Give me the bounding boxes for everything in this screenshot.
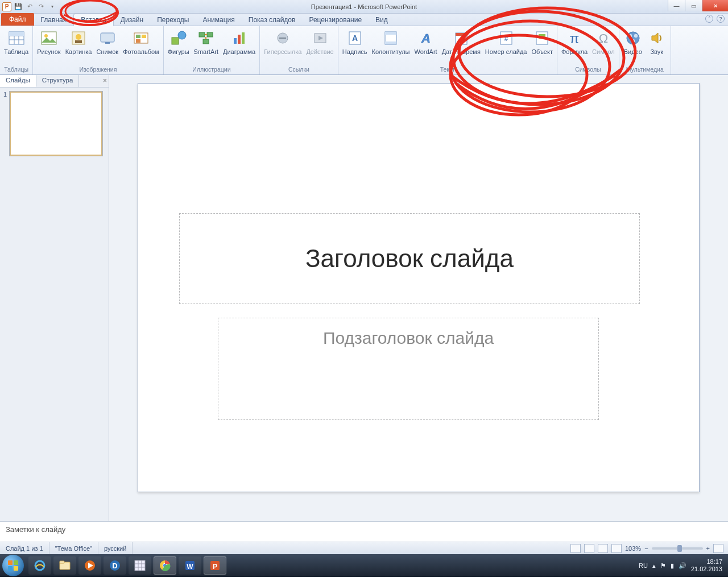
qat-more-icon[interactable]: ▾	[48, 2, 57, 11]
tab-design[interactable]: Дизайн	[114, 14, 150, 26]
view-sorter-button[interactable]	[584, 544, 594, 553]
ribbon-button-label: Символ	[592, 48, 615, 55]
tray-battery-icon[interactable]: ▮	[671, 562, 674, 569]
view-slideshow-button[interactable]	[611, 544, 622, 553]
video-button[interactable]: Видео	[622, 27, 644, 57]
redo-icon[interactable]: ↷	[36, 2, 46, 11]
table-icon	[7, 29, 26, 47]
textbox-button[interactable]: AНадпись	[341, 27, 369, 57]
action-button: Действие	[304, 27, 335, 57]
svg-rect-21	[203, 39, 209, 44]
headerfooter-button[interactable]: Колонтитулы	[370, 27, 412, 57]
tab-view[interactable]: Вид	[369, 14, 395, 26]
taskbar-app-d-icon[interactable]: D	[104, 556, 126, 575]
tray-lang[interactable]: RU	[639, 562, 648, 569]
svg-rect-12	[105, 42, 110, 44]
tray-arrow-icon[interactable]: ▴	[652, 562, 656, 569]
minimize-button[interactable]: —	[668, 0, 685, 11]
status-language[interactable]: русский	[98, 542, 133, 554]
title-placeholder[interactable]: Заголовок слайда	[179, 213, 640, 304]
help-icon[interactable]: ?	[717, 15, 725, 23]
link-icon	[274, 29, 292, 47]
view-reading-button[interactable]	[598, 544, 608, 553]
maximize-button[interactable]: ▭	[685, 0, 702, 11]
chart-icon	[230, 29, 249, 47]
ribbon-button-label: Номер слайда	[485, 48, 527, 55]
object-button[interactable]: Объект	[530, 27, 555, 57]
symbol-button: ΩСимвол	[590, 27, 617, 57]
photoalbum-button[interactable]: Фотоальбом	[121, 27, 161, 57]
table-button[interactable]: Таблица	[2, 27, 30, 57]
ribbon-group-label: Текст	[341, 65, 555, 74]
tab-animation[interactable]: Анимация	[196, 14, 241, 26]
wordart-icon: A	[417, 29, 435, 47]
tab-file[interactable]: Файл	[1, 13, 34, 26]
ribbon-tab-strip: Файл Главная Вставка Дизайн Переходы Ани…	[0, 14, 728, 26]
side-tab-outline[interactable]: Структура	[36, 75, 80, 87]
taskbar-word-icon[interactable]: W	[179, 556, 201, 575]
tab-review[interactable]: Рецензирование	[302, 14, 369, 26]
zoom-slider[interactable]	[652, 547, 703, 550]
svg-rect-53	[8, 560, 13, 565]
clipart-button[interactable]: Картинка	[64, 27, 94, 57]
svg-text:#: #	[504, 35, 508, 43]
action-icon	[311, 29, 329, 47]
taskbar-wmp-icon[interactable]	[78, 556, 101, 575]
notes-pane[interactable]: Заметки к слайду	[0, 521, 728, 542]
shapes-button[interactable]: Фигуры	[166, 27, 191, 57]
svg-rect-35	[456, 33, 467, 36]
tray-flag-icon[interactable]: ⚑	[660, 562, 666, 569]
tab-insert[interactable]: Вставка	[73, 14, 114, 26]
taskbar-app-grid-icon[interactable]	[129, 556, 151, 575]
tab-transitions[interactable]: Переходы	[150, 14, 196, 26]
taskbar-chrome-icon[interactable]	[154, 556, 176, 575]
subtitle-placeholder[interactable]: Подзаголовок слайда	[218, 318, 599, 420]
system-tray: RU ▴ ⚑ ▮ 🔊 18:17 21.02.2013	[639, 558, 726, 572]
svg-text:A: A	[421, 31, 431, 45]
save-icon[interactable]: 💾	[14, 2, 23, 11]
zoom-out-button[interactable]: −	[644, 545, 648, 552]
ribbon: ТаблицаТаблицыРисунокКартинкаСнимокФотоа…	[0, 26, 728, 75]
taskbar-ie-icon[interactable]	[28, 556, 51, 575]
fit-to-window-button[interactable]	[713, 544, 723, 553]
audio-button[interactable]: Звук	[646, 27, 668, 57]
zoom-value: 103%	[625, 545, 641, 552]
view-normal-button[interactable]	[570, 544, 581, 553]
side-tab-slides[interactable]: Слайды	[0, 75, 36, 87]
smartart-button[interactable]: SmartArt	[192, 27, 220, 57]
tray-clock[interactable]: 18:17 21.02.2013	[691, 558, 722, 572]
status-bar: Слайд 1 из 1 "Тема Office" русский 103% …	[0, 542, 728, 554]
slide-thumbnail[interactable]: 1	[3, 91, 105, 156]
tab-slideshow[interactable]: Показ слайдов	[242, 14, 303, 26]
wordart-button[interactable]: AWordArt	[413, 27, 439, 57]
object-icon	[533, 29, 551, 47]
slidenum-button[interactable]: #Номер слайда	[483, 27, 529, 57]
taskbar-explorer-icon[interactable]	[53, 556, 76, 575]
picture-button[interactable]: Рисунок	[35, 27, 63, 57]
svg-rect-40	[539, 34, 545, 39]
svg-rect-22	[234, 38, 237, 44]
photoalbum-icon	[132, 29, 150, 47]
svg-rect-14	[136, 35, 140, 38]
screenshot-button[interactable]: Снимок	[94, 27, 120, 57]
equation-button[interactable]: πФормула	[560, 27, 589, 57]
taskbar-powerpoint-icon[interactable]: P	[204, 556, 226, 575]
undo-icon[interactable]: ↶	[25, 2, 34, 11]
tab-home[interactable]: Главная	[34, 14, 74, 26]
ribbon-button-label: Снимок	[96, 48, 118, 55]
start-button[interactable]	[2, 555, 24, 576]
ribbon-button-label: Колонтитулы	[372, 48, 410, 55]
side-panel-close[interactable]: ×	[97, 75, 109, 87]
close-button[interactable]: ✕	[702, 0, 728, 11]
ribbon-group-label: Таблицы	[2, 65, 30, 74]
ribbon-group: πФормулаΩСимволСимволы	[557, 26, 619, 74]
tray-volume-icon[interactable]: 🔊	[679, 562, 686, 569]
datetime-button[interactable]: 5Дата и время	[440, 27, 482, 57]
zoom-in-button[interactable]: +	[706, 545, 710, 552]
slide-thumb-number: 1	[3, 91, 7, 156]
clipart-icon	[69, 29, 88, 47]
slide[interactable]: Заголовок слайда Подзаголовок слайда	[138, 83, 700, 492]
chart-button[interactable]: Диаграмма	[221, 27, 257, 57]
date-icon: 5	[452, 29, 470, 47]
ribbon-collapse-icon[interactable]: ˄	[705, 15, 713, 23]
